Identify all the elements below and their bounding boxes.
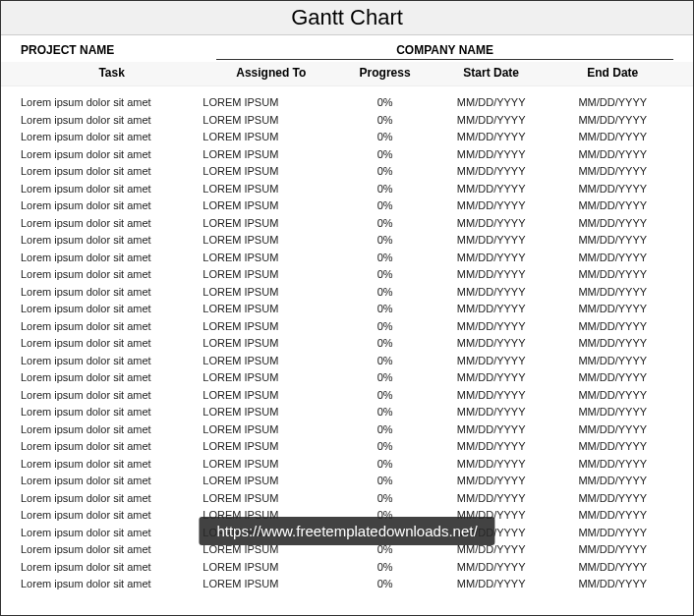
cell-start: MM/DD/YYYY	[431, 284, 552, 302]
table-row: Lorem ipsum dolor sit ametLOREM IPSUM0%M…	[1, 163, 693, 181]
cell-start: MM/DD/YYYY	[431, 369, 552, 387]
cell-assigned: LOREM IPSUM	[202, 112, 339, 130]
table-row: Lorem ipsum dolor sit ametLOREM IPSUM0%M…	[1, 318, 693, 336]
cell-task: Lorem ipsum dolor sit amet	[21, 215, 202, 233]
cell-end: MM/DD/YYYY	[551, 181, 673, 198]
cell-progress: 0%	[339, 197, 431, 215]
cell-start: MM/DD/YYYY	[431, 404, 552, 421]
cell-assigned: LOREM IPSUM	[202, 559, 339, 577]
cell-progress: 0%	[339, 181, 431, 198]
cell-task: Lorem ipsum dolor sit amet	[21, 112, 202, 130]
cell-assigned: LOREM IPSUM	[202, 232, 339, 250]
cell-assigned: LOREM IPSUM	[202, 181, 339, 198]
cell-progress: 0%	[339, 559, 431, 577]
table-row: Lorem ipsum dolor sit ametLOREM IPSUM0%M…	[1, 215, 693, 233]
company-name-label: COMPANY NAME	[216, 43, 673, 60]
cell-task: Lorem ipsum dolor sit amet	[21, 335, 202, 353]
table-row: Lorem ipsum dolor sit ametLOREM IPSUM0%M…	[1, 266, 693, 284]
cell-task: Lorem ipsum dolor sit amet	[21, 404, 202, 421]
cell-start: MM/DD/YYYY	[431, 146, 552, 164]
cell-task: Lorem ipsum dolor sit amet	[21, 576, 202, 593]
cell-assigned: LOREM IPSUM	[202, 404, 339, 421]
cell-start: MM/DD/YYYY	[431, 163, 552, 181]
cell-end: MM/DD/YYYY	[551, 404, 673, 421]
cell-progress: 0%	[339, 404, 431, 421]
cell-start: MM/DD/YYYY	[431, 559, 552, 577]
cell-progress: 0%	[339, 146, 431, 164]
cell-assigned: LOREM IPSUM	[202, 94, 339, 112]
cell-start: MM/DD/YYYY	[431, 387, 552, 405]
cell-end: MM/DD/YYYY	[551, 146, 673, 164]
cell-end: MM/DD/YYYY	[551, 525, 673, 542]
table-row: Lorem ipsum dolor sit ametLOREM IPSUM0%M…	[1, 197, 693, 215]
cell-progress: 0%	[339, 369, 431, 387]
cell-task: Lorem ipsum dolor sit amet	[21, 301, 202, 318]
table-row: Lorem ipsum dolor sit ametLOREM IPSUM0%M…	[1, 284, 693, 302]
header-row: PROJECT NAME COMPANY NAME	[1, 35, 693, 62]
cell-end: MM/DD/YYYY	[551, 266, 673, 284]
table-row: Lorem ipsum dolor sit ametLOREM IPSUM0%M…	[1, 456, 693, 474]
cell-assigned: LOREM IPSUM	[202, 456, 339, 474]
cell-start: MM/DD/YYYY	[431, 473, 552, 490]
cell-assigned: LOREM IPSUM	[202, 250, 339, 267]
cell-task: Lorem ipsum dolor sit amet	[21, 181, 202, 198]
cell-assigned: LOREM IPSUM	[202, 215, 339, 233]
table-row: Lorem ipsum dolor sit ametLOREM IPSUM0%M…	[1, 559, 693, 577]
cell-start: MM/DD/YYYY	[431, 197, 552, 215]
cell-start: MM/DD/YYYY	[431, 250, 552, 267]
table-row: Lorem ipsum dolor sit ametLOREM IPSUM0%M…	[1, 353, 693, 370]
cell-progress: 0%	[339, 215, 431, 233]
cell-end: MM/DD/YYYY	[551, 369, 673, 387]
cell-progress: 0%	[339, 421, 431, 439]
cell-assigned: LOREM IPSUM	[202, 490, 339, 508]
cell-assigned: LOREM IPSUM	[202, 129, 339, 146]
cell-start: MM/DD/YYYY	[431, 266, 552, 284]
cell-progress: 0%	[339, 112, 431, 130]
cell-end: MM/DD/YYYY	[551, 129, 673, 146]
cell-assigned: LOREM IPSUM	[202, 146, 339, 164]
cell-end: MM/DD/YYYY	[551, 353, 673, 370]
col-header-end: End Date	[551, 66, 673, 80]
cell-assigned: LOREM IPSUM	[202, 387, 339, 405]
table-row: Lorem ipsum dolor sit ametLOREM IPSUM0%M…	[1, 146, 693, 164]
table-row: Lorem ipsum dolor sit ametLOREM IPSUM0%M…	[1, 94, 693, 112]
cell-assigned: LOREM IPSUM	[202, 163, 339, 181]
cell-end: MM/DD/YYYY	[551, 438, 673, 456]
cell-assigned: LOREM IPSUM	[202, 473, 339, 490]
cell-task: Lorem ipsum dolor sit amet	[21, 129, 202, 146]
cell-task: Lorem ipsum dolor sit amet	[21, 232, 202, 250]
cell-assigned: LOREM IPSUM	[202, 335, 339, 353]
cell-task: Lorem ipsum dolor sit amet	[21, 421, 202, 439]
cell-start: MM/DD/YYYY	[431, 438, 552, 456]
table-row: Lorem ipsum dolor sit ametLOREM IPSUM0%M…	[1, 387, 693, 405]
cell-task: Lorem ipsum dolor sit amet	[21, 163, 202, 181]
table-row: Lorem ipsum dolor sit ametLOREM IPSUM0%M…	[1, 438, 693, 456]
project-name-label: PROJECT NAME	[21, 43, 216, 60]
cell-task: Lorem ipsum dolor sit amet	[21, 525, 202, 542]
cell-task: Lorem ipsum dolor sit amet	[21, 197, 202, 215]
cell-end: MM/DD/YYYY	[551, 301, 673, 318]
cell-end: MM/DD/YYYY	[551, 250, 673, 267]
cell-task: Lorem ipsum dolor sit amet	[21, 438, 202, 456]
table-row: Lorem ipsum dolor sit ametLOREM IPSUM0%M…	[1, 232, 693, 250]
cell-end: MM/DD/YYYY	[551, 421, 673, 439]
cell-end: MM/DD/YYYY	[551, 318, 673, 336]
table-row: Lorem ipsum dolor sit ametLOREM IPSUM0%M…	[1, 335, 693, 353]
cell-task: Lorem ipsum dolor sit amet	[21, 284, 202, 302]
cell-assigned: LOREM IPSUM	[202, 576, 339, 593]
table-row: Lorem ipsum dolor sit ametLOREM IPSUM0%M…	[1, 404, 693, 421]
cell-progress: 0%	[339, 318, 431, 336]
cell-progress: 0%	[339, 387, 431, 405]
cell-start: MM/DD/YYYY	[431, 421, 552, 439]
table-row: Lorem ipsum dolor sit ametLOREM IPSUM0%M…	[1, 181, 693, 198]
cell-progress: 0%	[339, 284, 431, 302]
cell-task: Lorem ipsum dolor sit amet	[21, 369, 202, 387]
table-row: Lorem ipsum dolor sit ametLOREM IPSUM0%M…	[1, 369, 693, 387]
cell-start: MM/DD/YYYY	[431, 232, 552, 250]
cell-progress: 0%	[339, 490, 431, 508]
table-row: Lorem ipsum dolor sit ametLOREM IPSUM0%M…	[1, 250, 693, 267]
col-header-task: Task	[21, 66, 202, 80]
cell-assigned: LOREM IPSUM	[202, 438, 339, 456]
cell-start: MM/DD/YYYY	[431, 576, 552, 593]
cell-progress: 0%	[339, 473, 431, 490]
